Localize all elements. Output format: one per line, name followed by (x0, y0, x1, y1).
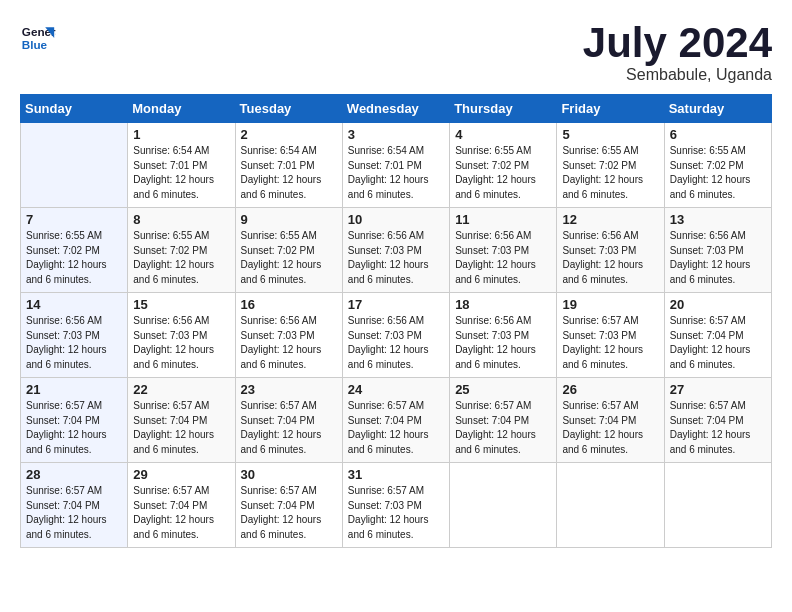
day-info: Sunrise: 6:57 AMSunset: 7:03 PMDaylight:… (348, 484, 444, 542)
calendar-cell: 29Sunrise: 6:57 AMSunset: 7:04 PMDayligh… (128, 463, 235, 548)
day-number: 12 (562, 212, 658, 227)
day-number: 2 (241, 127, 337, 142)
day-number: 25 (455, 382, 551, 397)
weekday-header-tuesday: Tuesday (235, 95, 342, 123)
calendar-cell (557, 463, 664, 548)
calendar-cell: 3Sunrise: 6:54 AMSunset: 7:01 PMDaylight… (342, 123, 449, 208)
calendar-week-3: 14Sunrise: 6:56 AMSunset: 7:03 PMDayligh… (21, 293, 772, 378)
day-number: 18 (455, 297, 551, 312)
weekday-header-sunday: Sunday (21, 95, 128, 123)
calendar-cell: 15Sunrise: 6:56 AMSunset: 7:03 PMDayligh… (128, 293, 235, 378)
day-info: Sunrise: 6:55 AMSunset: 7:02 PMDaylight:… (26, 229, 122, 287)
day-info: Sunrise: 6:55 AMSunset: 7:02 PMDaylight:… (241, 229, 337, 287)
logo: General Blue (20, 20, 56, 56)
calendar-cell: 22Sunrise: 6:57 AMSunset: 7:04 PMDayligh… (128, 378, 235, 463)
day-info: Sunrise: 6:55 AMSunset: 7:02 PMDaylight:… (455, 144, 551, 202)
day-info: Sunrise: 6:56 AMSunset: 7:03 PMDaylight:… (26, 314, 122, 372)
day-info: Sunrise: 6:57 AMSunset: 7:04 PMDaylight:… (670, 314, 766, 372)
day-number: 20 (670, 297, 766, 312)
day-number: 22 (133, 382, 229, 397)
calendar-cell: 7Sunrise: 6:55 AMSunset: 7:02 PMDaylight… (21, 208, 128, 293)
calendar-week-5: 28Sunrise: 6:57 AMSunset: 7:04 PMDayligh… (21, 463, 772, 548)
location-label: Sembabule, Uganda (583, 66, 772, 84)
day-info: Sunrise: 6:56 AMSunset: 7:03 PMDaylight:… (348, 314, 444, 372)
day-info: Sunrise: 6:55 AMSunset: 7:02 PMDaylight:… (133, 229, 229, 287)
day-number: 9 (241, 212, 337, 227)
day-number: 24 (348, 382, 444, 397)
day-number: 15 (133, 297, 229, 312)
weekday-header-monday: Monday (128, 95, 235, 123)
day-info: Sunrise: 6:56 AMSunset: 7:03 PMDaylight:… (348, 229, 444, 287)
calendar-cell: 4Sunrise: 6:55 AMSunset: 7:02 PMDaylight… (450, 123, 557, 208)
day-number: 26 (562, 382, 658, 397)
calendar-cell: 1Sunrise: 6:54 AMSunset: 7:01 PMDaylight… (128, 123, 235, 208)
calendar-cell (450, 463, 557, 548)
day-info: Sunrise: 6:56 AMSunset: 7:03 PMDaylight:… (670, 229, 766, 287)
day-number: 16 (241, 297, 337, 312)
day-info: Sunrise: 6:57 AMSunset: 7:04 PMDaylight:… (562, 399, 658, 457)
calendar-cell: 17Sunrise: 6:56 AMSunset: 7:03 PMDayligh… (342, 293, 449, 378)
day-info: Sunrise: 6:57 AMSunset: 7:03 PMDaylight:… (562, 314, 658, 372)
day-info: Sunrise: 6:57 AMSunset: 7:04 PMDaylight:… (241, 484, 337, 542)
calendar-cell: 26Sunrise: 6:57 AMSunset: 7:04 PMDayligh… (557, 378, 664, 463)
day-info: Sunrise: 6:57 AMSunset: 7:04 PMDaylight:… (670, 399, 766, 457)
weekday-header-wednesday: Wednesday (342, 95, 449, 123)
calendar-week-2: 7Sunrise: 6:55 AMSunset: 7:02 PMDaylight… (21, 208, 772, 293)
day-number: 5 (562, 127, 658, 142)
day-info: Sunrise: 6:57 AMSunset: 7:04 PMDaylight:… (348, 399, 444, 457)
day-info: Sunrise: 6:54 AMSunset: 7:01 PMDaylight:… (241, 144, 337, 202)
calendar-week-4: 21Sunrise: 6:57 AMSunset: 7:04 PMDayligh… (21, 378, 772, 463)
day-number: 3 (348, 127, 444, 142)
day-number: 4 (455, 127, 551, 142)
calendar-cell: 18Sunrise: 6:56 AMSunset: 7:03 PMDayligh… (450, 293, 557, 378)
day-info: Sunrise: 6:56 AMSunset: 7:03 PMDaylight:… (455, 229, 551, 287)
day-info: Sunrise: 6:57 AMSunset: 7:04 PMDaylight:… (241, 399, 337, 457)
calendar-cell: 5Sunrise: 6:55 AMSunset: 7:02 PMDaylight… (557, 123, 664, 208)
calendar-cell (21, 123, 128, 208)
day-number: 14 (26, 297, 122, 312)
calendar-cell: 16Sunrise: 6:56 AMSunset: 7:03 PMDayligh… (235, 293, 342, 378)
calendar-cell: 25Sunrise: 6:57 AMSunset: 7:04 PMDayligh… (450, 378, 557, 463)
calendar-week-1: 1Sunrise: 6:54 AMSunset: 7:01 PMDaylight… (21, 123, 772, 208)
calendar-cell: 31Sunrise: 6:57 AMSunset: 7:03 PMDayligh… (342, 463, 449, 548)
day-number: 7 (26, 212, 122, 227)
calendar-cell: 13Sunrise: 6:56 AMSunset: 7:03 PMDayligh… (664, 208, 771, 293)
day-info: Sunrise: 6:55 AMSunset: 7:02 PMDaylight:… (670, 144, 766, 202)
day-info: Sunrise: 6:56 AMSunset: 7:03 PMDaylight:… (455, 314, 551, 372)
day-number: 11 (455, 212, 551, 227)
calendar-cell: 19Sunrise: 6:57 AMSunset: 7:03 PMDayligh… (557, 293, 664, 378)
calendar-cell (664, 463, 771, 548)
day-info: Sunrise: 6:57 AMSunset: 7:04 PMDaylight:… (455, 399, 551, 457)
day-info: Sunrise: 6:54 AMSunset: 7:01 PMDaylight:… (348, 144, 444, 202)
day-number: 6 (670, 127, 766, 142)
svg-text:Blue: Blue (22, 38, 48, 51)
calendar-table: SundayMondayTuesdayWednesdayThursdayFrid… (20, 94, 772, 548)
day-number: 21 (26, 382, 122, 397)
weekday-header-friday: Friday (557, 95, 664, 123)
calendar-cell: 21Sunrise: 6:57 AMSunset: 7:04 PMDayligh… (21, 378, 128, 463)
day-info: Sunrise: 6:55 AMSunset: 7:02 PMDaylight:… (562, 144, 658, 202)
month-year-title: July 2024 (583, 20, 772, 66)
calendar-cell: 9Sunrise: 6:55 AMSunset: 7:02 PMDaylight… (235, 208, 342, 293)
day-number: 29 (133, 467, 229, 482)
day-info: Sunrise: 6:56 AMSunset: 7:03 PMDaylight:… (133, 314, 229, 372)
calendar-cell: 10Sunrise: 6:56 AMSunset: 7:03 PMDayligh… (342, 208, 449, 293)
day-number: 28 (26, 467, 122, 482)
day-number: 30 (241, 467, 337, 482)
day-number: 19 (562, 297, 658, 312)
day-info: Sunrise: 6:56 AMSunset: 7:03 PMDaylight:… (562, 229, 658, 287)
day-number: 8 (133, 212, 229, 227)
calendar-cell: 20Sunrise: 6:57 AMSunset: 7:04 PMDayligh… (664, 293, 771, 378)
title-block: July 2024 Sembabule, Uganda (583, 20, 772, 84)
day-info: Sunrise: 6:57 AMSunset: 7:04 PMDaylight:… (26, 484, 122, 542)
day-number: 23 (241, 382, 337, 397)
weekday-header-saturday: Saturday (664, 95, 771, 123)
day-info: Sunrise: 6:57 AMSunset: 7:04 PMDaylight:… (26, 399, 122, 457)
calendar-cell: 2Sunrise: 6:54 AMSunset: 7:01 PMDaylight… (235, 123, 342, 208)
day-info: Sunrise: 6:54 AMSunset: 7:01 PMDaylight:… (133, 144, 229, 202)
calendar-cell: 28Sunrise: 6:57 AMSunset: 7:04 PMDayligh… (21, 463, 128, 548)
day-number: 13 (670, 212, 766, 227)
calendar-cell: 27Sunrise: 6:57 AMSunset: 7:04 PMDayligh… (664, 378, 771, 463)
calendar-cell: 6Sunrise: 6:55 AMSunset: 7:02 PMDaylight… (664, 123, 771, 208)
page-header: General Blue July 2024 Sembabule, Uganda (20, 20, 772, 84)
